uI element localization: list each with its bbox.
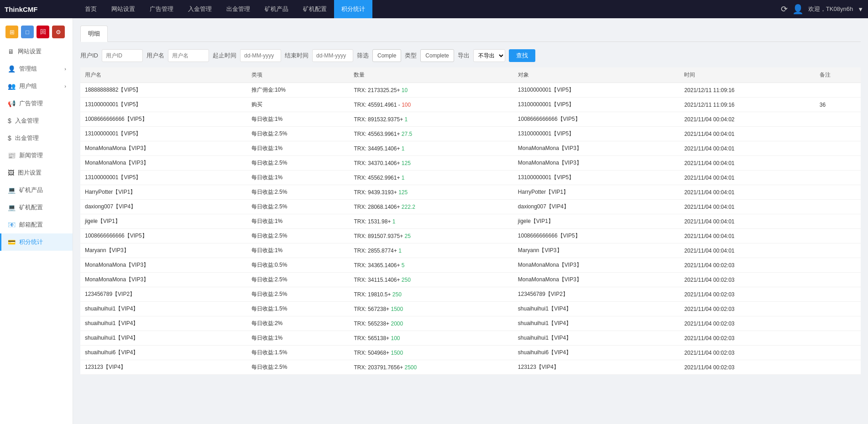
nav-item-矿机产品[interactable]: 矿机产品 [257,0,296,18]
username-input[interactable] [168,49,209,62]
cell-category: 每日收益:2.5% [247,229,350,243]
cell-time: 2021/11/04 00:04:01 [680,127,815,141]
sidebar-label: 入金管理 [15,117,39,125]
cell-category: 每日收益:1.5% [247,346,350,360]
cell-amount: TRX: 2173325.25+ 10 [349,83,513,98]
cell-amount: TRX: 45591.4961 - 100 [349,98,513,112]
export-select[interactable]: 不导出导出 [473,49,505,62]
cell-target: HarryPotter【VIP1】 [513,185,680,200]
cell-note [815,243,861,258]
cell-time: 2021/11/04 00:02:03 [680,287,815,302]
cell-username: MonaMonaMona【VIP3】 [80,141,247,156]
sidebar-icon: 💻 [8,204,16,211]
tab-mingxi[interactable]: 明细 [80,26,108,42]
sidebar-item-管理组[interactable]: 👤管理组› [0,60,73,78]
sidebar-item-出金管理[interactable]: $出金管理 [0,129,73,147]
tab-bar: 明细 [80,26,861,42]
table-row: 13100000001【VIP5】购买TRX: 45591.4961 - 100… [80,98,861,112]
cell-username: 1008666666666【VIP5】 [80,112,247,127]
cell-username: MonaMonaMona【VIP3】 [80,258,247,273]
complete-filter-button[interactable]: Comple [372,49,401,62]
nav-item-广告管理[interactable]: 广告管理 [142,0,181,18]
userid-input[interactable] [102,49,143,62]
sidebar-icon-orange[interactable]: ⊞ [5,26,18,38]
cell-time: 2021/11/04 00:04:01 [680,200,815,214]
nav-item-积分统计[interactable]: 积分统计 [334,0,372,18]
refresh-icon[interactable]: ⟳ [781,4,788,14]
cell-note [815,171,861,185]
cell-amount: TRX: 34495.1406+ 1 [349,141,513,156]
sidebar-item-邮箱配置[interactable]: 📧邮箱配置 [0,216,73,233]
sidebar-item-积分统计[interactable]: 💳积分统计 [0,233,73,251]
cell-time: 2021/11/04 00:02:03 [680,331,815,346]
sidebar-item-用户组[interactable]: 👥用户组› [0,78,73,95]
cell-category: 每日收益:1% [247,141,350,156]
cell-category: 每日收益:2.5% [247,156,350,171]
sidebar-item-图片设置[interactable]: 🖼图片设置 [0,164,73,181]
user-icon: 👤 [792,4,804,15]
cell-target: jigele【VIP1】 [513,214,680,229]
nav-item-矿机配置[interactable]: 矿机配置 [296,0,334,18]
chevron-right-icon: › [64,83,66,89]
nav-item-入金管理[interactable]: 入金管理 [181,0,219,18]
cell-note [815,185,861,200]
cell-amount: TRX: 45562.9961+ 1 [349,171,513,185]
sidebar-label: 出金管理 [15,134,39,142]
cell-category: 每日收益:2.5% [247,360,350,375]
cell-category: 每日收益:1% [247,331,350,346]
cell-username: shuaihuihui1【VIP4】 [80,331,247,346]
sidebar-item-新闻管理[interactable]: 📰新闻管理 [0,147,73,164]
search-button[interactable]: 查找 [509,49,535,62]
nav-item-首页[interactable]: 首页 [78,0,104,18]
sidebar-item-广告管理[interactable]: 📢广告管理 [0,95,73,112]
table-row: 13100000001【VIP5】每日收益:2.5%TRX: 45563.996… [80,127,861,141]
sidebar-item-入金管理[interactable]: $入金管理 [0,112,73,129]
sidebar-icon-darkred[interactable]: ⚙ [52,26,65,38]
sidebar: ⊞ □ 回 ⚙ 🖥网站设置👤管理组›👥用户组›📢广告管理$入金管理$出金管理📰新… [0,18,73,424]
user-label: 欢迎，TK08yn6h [808,5,853,13]
cell-amount: TRX: 19810.5+ 250 [349,287,513,302]
cell-time: 2021/11/04 00:04:01 [680,185,815,200]
cell-username: MonaMonaMona【VIP3】 [80,273,247,287]
cell-amount: TRX: 565238+ 2000 [349,316,513,331]
nav-item-网站设置[interactable]: 网站设置 [104,0,142,18]
export-label: 导出 [458,52,470,60]
cell-amount: TRX: 504968+ 1500 [349,346,513,360]
sidebar-icon-red[interactable]: 回 [37,26,49,38]
cell-amount: TRX: 9439.3193+ 125 [349,185,513,200]
cell-amount: TRX: 891507.9375+ 25 [349,229,513,243]
cell-amount: TRX: 891532.9375+ 1 [349,112,513,127]
main-layout: ⊞ □ 回 ⚙ 🖥网站设置👤管理组›👥用户组›📢广告管理$入金管理$出金管理📰新… [0,18,868,424]
sidebar-label: 管理组 [19,65,37,73]
col-header-时间: 时间 [680,67,815,83]
cell-category: 推广佣金:10% [247,83,350,98]
sidebar-icon-blue[interactable]: □ [21,26,34,38]
brand-logo: ThinkCMF [5,5,78,13]
cell-time: 2021/11/04 00:02:03 [680,302,815,316]
nav-item-出金管理[interactable]: 出金管理 [219,0,257,18]
cell-username: shuaihuihui6【VIP4】 [80,346,247,360]
starttime-input[interactable] [240,49,281,62]
cell-category: 每日收益:2% [247,316,350,331]
sidebar-label: 图片设置 [18,169,42,177]
sidebar-label: 广告管理 [19,99,43,108]
col-header-备注: 备注 [815,67,861,83]
cell-note [815,287,861,302]
endtime-input[interactable] [312,49,353,62]
cell-username: shuaihuihui1【VIP4】 [80,316,247,331]
sidebar-icon: 📰 [8,152,16,159]
sidebar-item-矿机配置[interactable]: 💻矿机配置 [0,199,73,216]
sidebar-item-矿机产品[interactable]: 💻矿机产品 [0,181,73,199]
sidebar-icon: $ [8,117,11,124]
chevron-right-icon: › [64,66,66,72]
sidebar-item-网站设置[interactable]: 🖥网站设置 [0,43,73,60]
cell-target: MonaMonaMona【VIP3】 [513,273,680,287]
sidebar-icon-buttons: ⊞ □ 回 ⚙ [0,22,73,43]
filter-row: 用户ID 用户名 起止时间 结束时间 筛选 Comple 类型 Complete… [80,49,861,62]
cell-time: 2021/11/04 00:02:03 [680,316,815,331]
complete-type-button[interactable]: Complete [420,49,454,62]
table-header: 用户名类项数量对象时间备注 [80,67,861,83]
table-row: MonaMonaMona【VIP3】每日收益:2.5%TRX: 34370.14… [80,156,861,171]
sidebar-icon: 🖥 [8,48,14,55]
nav-right: ⟳ 👤 欢迎，TK08yn6h ▼ [781,4,863,15]
